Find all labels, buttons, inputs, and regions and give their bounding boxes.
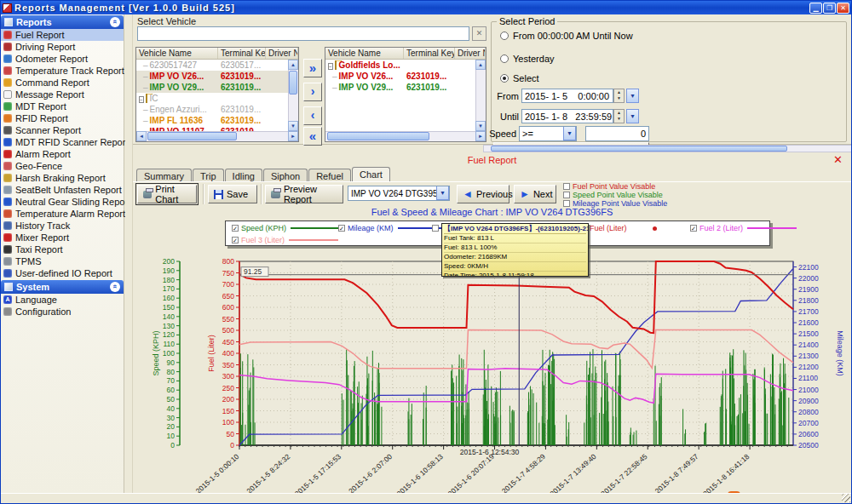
restore-button[interactable]: ❐ (823, 3, 836, 14)
preview-report-button[interactable]: Preview Report (265, 185, 343, 203)
vehicle-row[interactable]: −Goldfields Lo... (325, 60, 475, 71)
move-all-left-button[interactable]: « (303, 127, 322, 146)
combo-dropdown-icon[interactable]: ▼ (563, 126, 576, 140)
list-header[interactable]: Vehicle NameTerminal KeyDriver Nam (136, 48, 298, 60)
column-header-vehicle-name[interactable]: Vehicle Name (325, 48, 404, 59)
until-date-field[interactable]: 2015- 1- 8 23:59:59 (521, 109, 613, 123)
scroll-down-button[interactable]: ▼ (475, 121, 486, 131)
sidebar-item-history-track[interactable]: History Track (1, 220, 124, 232)
sidebar-group-system[interactable]: System « (1, 280, 124, 294)
sidebar-item-harsh-braking-report[interactable]: Harsh Braking Report (1, 172, 124, 184)
legend-checkbox-icon[interactable]: ✓ (338, 225, 345, 232)
sidebar-item-alarm-report[interactable]: Alarm Report (1, 148, 124, 160)
until-date-spinner[interactable]: ▲▼ (613, 109, 625, 123)
column-header-terminal-key[interactable]: Terminal Key (404, 48, 455, 59)
sidebar-item-configuration[interactable]: Configuration (1, 306, 124, 318)
vehicle-select-combo[interactable]: IMP VO V264 DTG395FS ▼ (348, 186, 450, 201)
checkbox-icon[interactable] (563, 183, 570, 190)
vertical-splitter[interactable] (125, 14, 133, 493)
scroll-left-button[interactable]: ◄ (136, 131, 147, 141)
fuel-speed-mileage-chart[interactable]: 0102030405060708090100110120130140150160… (146, 248, 851, 493)
vehicle-row[interactable]: –62305174276230517... (136, 60, 288, 71)
sidebar-item-command-report[interactable]: Command Report (1, 77, 124, 89)
horizontal-scrollbar[interactable]: ◄ ► (136, 131, 288, 141)
checkbox-fuel-point-value-visable[interactable]: Fuel Point Value Visable (563, 182, 667, 191)
from-date-field[interactable]: 2015- 1- 5 0:00:00 (521, 89, 613, 103)
sidebar-group-reports[interactable]: Reports « (1, 15, 124, 29)
next-button[interactable]: ► Next (514, 185, 556, 203)
until-date-dropdown-button[interactable]: ▼ (626, 109, 639, 123)
vehicle-row[interactable]: –IMP VO V29...6231019... (325, 82, 475, 93)
vehicle-filter-input[interactable] (137, 26, 469, 41)
sidebar-item-driving-report[interactable]: Driving Report (1, 41, 124, 53)
scroll-thumb[interactable] (327, 132, 429, 140)
close-button[interactable]: ✕ (837, 3, 849, 14)
move-left-button[interactable]: ‹ (303, 106, 322, 125)
period-option-yesterday[interactable]: Yesterday (500, 54, 555, 64)
tree-expander-icon[interactable]: − (328, 63, 333, 70)
checkbox-icon[interactable] (563, 200, 570, 207)
previous-button[interactable]: ◄ Previous (457, 185, 509, 203)
tab-idling[interactable]: Idling (225, 169, 262, 181)
sidebar-item-temperature-track-report[interactable]: Temperature Track Report (1, 65, 124, 77)
titlebar[interactable]: Reports Management [Ver 1.0.0 Build 525]… (1, 1, 851, 14)
vehicle-row[interactable]: –IMP VO V29...6231019... (136, 82, 288, 93)
vertical-scrollbar[interactable]: ▲ ▼ (475, 60, 486, 131)
sidebar-item-language[interactable]: ALanguage (1, 294, 124, 306)
column-header-driver-nam[interactable]: Driver Nam (266, 48, 298, 59)
sidebar-item-rfid-report[interactable]: RFID Report (1, 112, 124, 124)
available-vehicles-list[interactable]: Vehicle NameTerminal KeyDriver Nam –6230… (135, 47, 299, 142)
scroll-down-button[interactable]: ▼ (288, 121, 298, 131)
sidebar-item-scanner-report[interactable]: Scanner Report (1, 124, 124, 136)
print-chart-button[interactable]: Print Chart (137, 185, 197, 203)
report-horizontal-scrollbar[interactable] (483, 145, 852, 152)
tab-summary[interactable]: Summary (136, 169, 192, 181)
legend-item-fuel-liter-[interactable]: ✓Fuel (Liter) (590, 223, 657, 233)
radio-icon[interactable] (500, 74, 509, 83)
sidebar-item-mixer-report[interactable]: Mixer Report (1, 232, 124, 243)
vehicle-row[interactable]: –Engen Azzuri...6231019... (136, 104, 288, 115)
scroll-thumb[interactable] (147, 132, 237, 140)
sidebar-item-odometer-report[interactable]: Odometer Report (1, 53, 124, 65)
collapse-chevron-icon[interactable]: « (110, 17, 120, 27)
vehicle-row[interactable]: –IMP FL 116366231019... (136, 115, 288, 126)
sidebar-item-neutral-gear-sliding-report[interactable]: Neutral Gear Sliding Report (1, 196, 124, 208)
period-option-from-midnight[interactable]: From 00:00:00 AM Until Now (500, 31, 633, 41)
vehicle-row[interactable]: −IC (136, 93, 288, 104)
tab-chart[interactable]: Chart (352, 167, 390, 181)
combo-dropdown-icon[interactable]: ▼ (436, 186, 449, 200)
scroll-thumb[interactable] (289, 71, 297, 94)
close-report-button[interactable]: ✕ (833, 153, 843, 166)
checkbox-icon[interactable] (563, 192, 570, 198)
selected-vehicles-list[interactable]: Vehicle NameTerminal KeyDriver Nam −Gold… (325, 47, 486, 142)
scroll-thumb[interactable] (491, 146, 787, 152)
legend-checkbox-icon[interactable]: ✓ (690, 225, 697, 232)
legend-checkbox-icon[interactable]: ✓ (232, 225, 239, 232)
sidebar-item-tpms[interactable]: TPMS (1, 255, 124, 267)
scroll-up-button[interactable]: ▲ (288, 60, 298, 70)
move-all-right-button[interactable]: » (303, 59, 322, 77)
minimize-button[interactable]: ▁ (809, 3, 822, 14)
clear-filter-button[interactable]: ✕ (472, 26, 486, 41)
period-option-select[interactable]: Select (500, 73, 539, 83)
move-right-button[interactable]: › (303, 83, 322, 101)
column-header-vehicle-name[interactable]: Vehicle Name (136, 48, 218, 59)
radio-icon[interactable] (500, 54, 509, 63)
sidebar-item-mdt-rfid-scanner-report[interactable]: MDT RFID Scanner Report (1, 136, 124, 148)
horizontal-scrollbar[interactable]: ► (325, 131, 475, 141)
list-header[interactable]: Vehicle NameTerminal KeyDriver Nam (325, 48, 486, 60)
vehicle-row[interactable]: –IMP VO V26...6231019... (136, 71, 288, 82)
collapse-chevron-icon[interactable]: « (110, 282, 120, 292)
sidebar-item-taxi-report[interactable]: Taxi Report (1, 243, 124, 255)
legend-checkbox-icon[interactable]: ✓ (232, 237, 239, 243)
sidebar-item-temperature-alarm-report[interactable]: Temperature Alarm Report (1, 208, 124, 220)
scroll-up-button[interactable]: ▲ (475, 60, 486, 70)
tab-siphon[interactable]: Siphon (263, 169, 308, 181)
legend-checkbox-icon[interactable] (432, 225, 439, 232)
scroll-right-button[interactable]: ► (288, 131, 298, 141)
checkbox-speed-point-value-visable[interactable]: Speed Point Value Visable (563, 191, 667, 199)
legend-item-fuel-2-liter-[interactable]: ✓Fuel 2 (Liter) (690, 223, 797, 233)
from-date-dropdown-button[interactable]: ▼ (626, 89, 639, 103)
legend-item-mileage-km-[interactable]: ✓Mileage (KM) (338, 223, 447, 233)
sidebar-item-message-report[interactable]: Message Report (1, 89, 124, 100)
